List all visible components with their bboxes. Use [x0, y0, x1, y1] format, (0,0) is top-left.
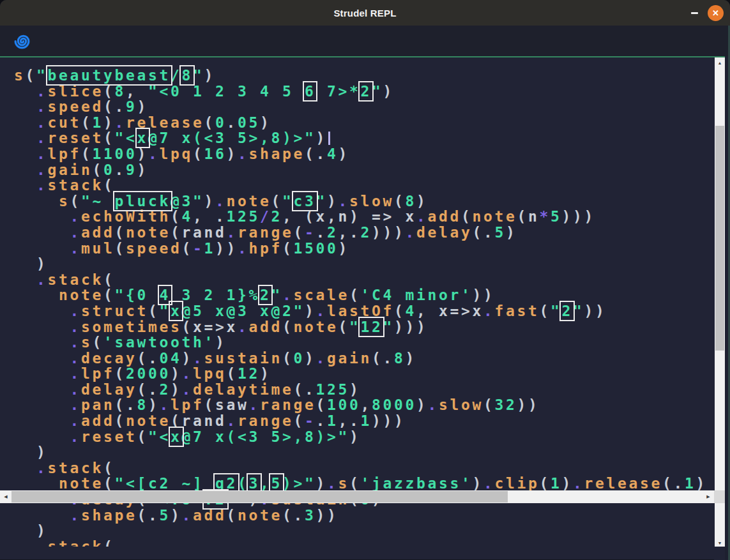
code-line: )	[14, 444, 710, 460]
code-line: .reset("<x@7 x(<3 5>,8)>")	[14, 130, 710, 146]
code-line: .delay(.2).delaytime(.125)	[14, 382, 710, 398]
code-line: .gain(0.9)	[14, 162, 710, 178]
active-token-highlight: 2	[360, 83, 372, 100]
code-line: )	[14, 523, 710, 539]
code-line: .echoWith(4, .125/2, (x,n) => x.add(note…	[14, 209, 710, 225]
active-token-highlight: 2	[260, 287, 271, 303]
active-token-highlight: c3	[294, 193, 316, 209]
code-editor[interactable]: s("beautybeast/8") .slice(8, "<0 1 2 3 4…	[0, 56, 730, 547]
active-token-highlight: x	[171, 303, 182, 319]
scrollbar-corner	[714, 490, 725, 503]
code-line: note("{0 4 3 2 1}%2".scale('C4 minor'))	[14, 287, 710, 303]
close-icon: ✕	[712, 9, 719, 17]
active-token-highlight: 4	[160, 287, 171, 303]
code-line: .mul(speed(-1)).hpf(1500)	[14, 241, 710, 257]
active-token-highlight: 2	[561, 303, 573, 319]
active-token-highlight: x	[171, 428, 182, 445]
code-line: .pan(.8).lpf(saw.range(100,8000).slow(32…	[14, 397, 710, 413]
code-line: .stack(	[14, 178, 710, 193]
active-token-highlight: 3	[248, 475, 260, 492]
strudel-repl-window: Strudel REPL ✕ s("beautybeast/8") .slice…	[0, 0, 730, 560]
active-token-highlight: pluck	[115, 193, 171, 209]
code-line: note("<[c2 ~] g2(3,5)>").s('jazzbass').c…	[14, 476, 710, 492]
code-line: .slice(8, "<0 1 2 3 4 5 6 7>*2")	[14, 84, 710, 100]
code-line: .s('sawtooth')	[14, 335, 710, 351]
code-line: .cut(1).release(0.05)	[14, 115, 710, 131]
code-line: .struct("x@5 x@3 x@2").lastOf(4, x=>x.fa…	[14, 303, 710, 319]
code-line: .sometimes(x=>x.add(note("12")))	[14, 319, 710, 335]
active-token-highlight: 12	[360, 319, 383, 335]
code-line: )	[14, 256, 710, 272]
code-content[interactable]: s("beautybeast/8") .slice(8, "<0 1 2 3 4…	[0, 57, 710, 547]
active-token-highlight: 5	[271, 475, 282, 492]
close-button[interactable]: ✕	[708, 5, 724, 21]
active-token-highlight: 8	[181, 67, 193, 84]
code-line: .shape(.5).add(note(.3))	[14, 508, 710, 524]
active-token-highlight: beautybeast	[48, 67, 171, 84]
scroll-down-icon[interactable]: ▼	[715, 538, 725, 547]
active-token-highlight: 6	[305, 83, 316, 100]
code-line: s("~ pluck@3").note("c3").slow(8)	[14, 193, 710, 209]
minimize-button[interactable]	[687, 6, 702, 19]
vertical-scrollbar[interactable]: ▲ ▼	[715, 57, 725, 547]
active-token-highlight: g2	[215, 475, 238, 492]
window-title: Strudel REPL	[333, 8, 396, 19]
vertical-scrollbar-thumb[interactable]	[715, 126, 724, 351]
code-line: .speed(.9)	[14, 99, 710, 115]
active-token-highlight: x	[137, 130, 149, 146]
minimize-icon	[691, 12, 698, 14]
title-bar[interactable]: Strudel REPL ✕	[0, 0, 730, 26]
code-line: .decay(.04).sustain(0).gain(.8)	[14, 351, 710, 367]
toolbar	[0, 26, 730, 56]
scroll-up-icon[interactable]: ▲	[715, 57, 725, 68]
text-cursor	[328, 132, 330, 145]
strudel-spiral-logo[interactable]	[13, 33, 31, 50]
code-line: .lpf(2000).lpq(12)	[14, 366, 710, 382]
scroll-right-icon[interactable]: ▶	[703, 490, 714, 503]
code-line: .reset("<x@7 x(<3 5>,8)>")	[14, 429, 710, 445]
code-line: .lpf(1100).lpq(16).shape(.4)	[14, 146, 710, 162]
code-line: .stack(	[14, 272, 710, 288]
code-line: .add(note(rand.range(-.1,.1)))	[14, 413, 710, 429]
scroll-left-icon[interactable]: ◀	[0, 490, 11, 503]
code-line: .stack(	[14, 539, 710, 547]
code-line: .add(note(rand.range(-.2,.2))).delay(.5)	[14, 225, 710, 241]
horizontal-scrollbar[interactable]: ◀ ▶	[0, 490, 714, 503]
code-line: s("beautybeast/8")	[14, 68, 710, 84]
code-line: .stack(	[14, 460, 710, 476]
horizontal-scrollbar-thumb[interactable]	[11, 491, 508, 503]
